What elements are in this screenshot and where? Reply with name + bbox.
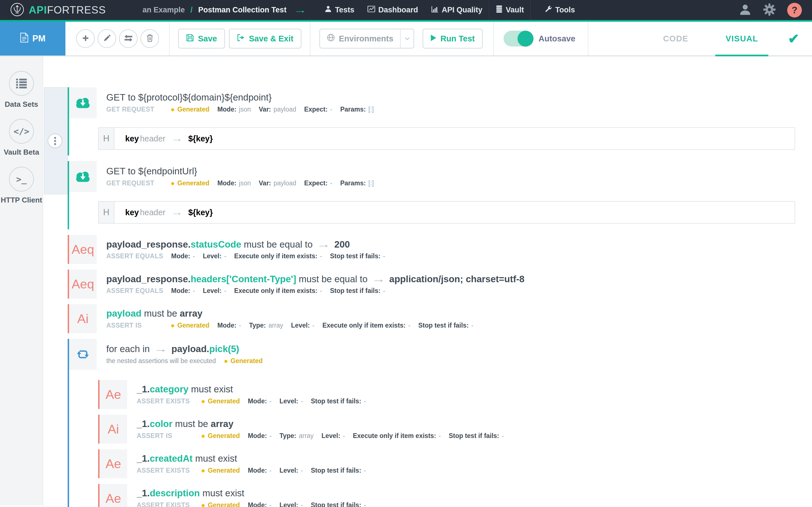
component-assert-equals: Aeqpayload_response.headers['Content-Typ… xyxy=(68,270,796,298)
meta-label: Expect: xyxy=(304,179,327,187)
app-logo[interactable]: APIFORTRESS xyxy=(10,3,106,18)
meta-item: Stop test if fails:- xyxy=(449,432,504,440)
nav-item-api-quality[interactable]: API Quality xyxy=(424,0,489,20)
nav-item-tests[interactable]: Tests xyxy=(318,0,361,20)
title-segment: must be equal to xyxy=(296,274,367,284)
globe-icon xyxy=(327,34,335,44)
save-label: Save xyxy=(198,34,217,43)
meta-item: Mode:json xyxy=(217,179,251,187)
breadcrumb-arrow-icon: → xyxy=(294,5,307,15)
meta-value: - xyxy=(408,322,410,329)
meta-value: - xyxy=(301,467,303,474)
generated-badge: ●Generated xyxy=(224,357,263,365)
title-segment: color xyxy=(150,418,172,429)
meta-label: Level: xyxy=(280,501,298,507)
autosave-control: Autosave xyxy=(504,31,575,47)
title-segment: must exist xyxy=(188,384,233,394)
sidebar-item-http-client[interactable]: >_ HTTP Client xyxy=(1,167,42,205)
component-subtitle: ASSERT IS●GeneratedMode:-Type:arrayLevel… xyxy=(106,321,473,330)
meta-value: json xyxy=(239,179,251,187)
component-row[interactable]: Aipayload must be arrayASSERT IS●Generat… xyxy=(69,304,796,333)
play-icon xyxy=(430,34,437,43)
breadcrumb-project[interactable]: an Example xyxy=(142,6,185,14)
component-group-menu-button[interactable] xyxy=(48,133,62,148)
plus-icon xyxy=(82,34,89,43)
title-segment: GET to ${protocol}${domain}${endpoint} xyxy=(106,92,272,103)
tests-icon xyxy=(324,5,332,15)
nav-item-dashboard[interactable]: Dashboard xyxy=(361,0,424,20)
title-segment: statusCode xyxy=(191,239,241,249)
reorder-units-button[interactable] xyxy=(119,29,138,48)
add-unit-button[interactable] xyxy=(76,29,95,48)
component-subtitle: ASSERT EXISTS●GeneratedMode:-Level:-Stop… xyxy=(137,466,366,474)
nav-item-vault[interactable]: Vault xyxy=(489,0,530,20)
meta-label: Execute only if item exists: xyxy=(322,322,405,329)
title-segment: must be xyxy=(142,308,180,319)
tab-visual[interactable]: VISUAL xyxy=(715,22,768,55)
unit-tab-label: PM xyxy=(33,34,46,44)
meta-value: - xyxy=(269,467,272,474)
request-header-box[interactable]: Hkey header→${key} xyxy=(98,127,795,150)
save-exit-button[interactable]: Save & Exit xyxy=(229,29,301,48)
component-content: _1.color must be arrayASSERT IS●Generate… xyxy=(127,414,504,444)
save-button[interactable]: Save xyxy=(178,29,225,48)
meta-label: Params: xyxy=(340,179,366,187)
test-composer: GET to ${protocol}${domain}${endpoint}GE… xyxy=(43,56,812,505)
title-segment: header xyxy=(140,134,165,144)
component-row[interactable]: Aeqpayload_response.statusCode must be e… xyxy=(69,235,796,264)
component-content: for each in→payload.pick(5)the nested as… xyxy=(97,339,263,370)
meta-item: Params:[:] xyxy=(340,106,374,113)
http-client-icon: >_ xyxy=(9,167,34,191)
component-row[interactable]: Ai_1.color must be arrayASSERT IS●Genera… xyxy=(100,414,796,444)
component-row[interactable]: for each in→payload.pick(5)the nested as… xyxy=(69,339,796,370)
unit-tab-pm[interactable]: PM xyxy=(0,22,65,55)
component-row[interactable]: GET to ${endpointUrl}GET REQUEST●Generat… xyxy=(69,161,796,192)
confirm-check-icon[interactable]: ✔ xyxy=(788,31,799,47)
account-icon[interactable] xyxy=(739,3,752,17)
meta-item: Level:- xyxy=(291,322,314,329)
component-row[interactable]: Ae_1.category must existASSERT EXISTS●Ge… xyxy=(100,380,796,409)
help-icon[interactable]: ? xyxy=(787,3,802,17)
title-segment: header xyxy=(140,208,165,217)
meta-value: - xyxy=(471,322,473,329)
meta-item: Var:payload xyxy=(259,179,296,187)
settings-gear-icon[interactable] xyxy=(763,3,776,17)
pencil-icon xyxy=(103,34,111,43)
generated-badge: ●Generated xyxy=(201,466,240,474)
meta-value: - xyxy=(269,397,272,405)
component-content: payload_response.statusCode must be equa… xyxy=(97,235,385,264)
meta-item: Stop test if fails:- xyxy=(330,287,386,295)
rename-unit-button[interactable] xyxy=(98,29,116,48)
component-row[interactable]: Aeqpayload_response.headers['Content-Typ… xyxy=(69,270,796,298)
meta-value: - xyxy=(224,252,226,260)
autosave-toggle[interactable] xyxy=(504,31,533,47)
meta-value: - xyxy=(364,467,366,474)
component-badge-label: Ae xyxy=(105,491,121,506)
component-assert-exists: Ae_1.category must existASSERT EXISTS●Ge… xyxy=(98,380,796,409)
meta-label: Stop test if fails: xyxy=(311,501,361,507)
sidebar-item-data-sets[interactable]: Data Sets xyxy=(5,71,38,109)
run-test-button[interactable]: Run Test xyxy=(423,29,483,48)
sidebar-item-vault-beta[interactable]: </> Vault Beta xyxy=(4,119,39,157)
delete-unit-button[interactable] xyxy=(140,29,159,48)
request-header-area: Hkey header→${key} xyxy=(69,118,796,156)
topbar: APIFORTRESS an Example / Postman Collect… xyxy=(0,0,812,22)
tab-code[interactable]: CODE xyxy=(653,22,699,55)
component-title: _1.createdAt must exist xyxy=(137,453,366,464)
nav-item-tools[interactable]: Tools xyxy=(538,0,581,20)
toggle-knob xyxy=(518,31,534,47)
component-row[interactable]: Ae_1.createdAt must existASSERT EXISTS●G… xyxy=(100,449,796,478)
meta-label: Var: xyxy=(259,179,271,187)
meta-item: Level:- xyxy=(280,501,303,507)
component-row[interactable]: GET to ${protocol}${domain}${endpoint}GE… xyxy=(69,87,796,118)
environments-dropdown[interactable]: Environments xyxy=(319,29,414,48)
component-content: payload_response.headers['Content-Type']… xyxy=(97,270,524,298)
component-title: GET to ${protocol}${domain}${endpoint} xyxy=(106,92,374,103)
component-badge: Ae xyxy=(100,449,127,478)
meta-item: Stop test if fails:- xyxy=(330,252,386,260)
meta-value: - xyxy=(193,252,195,260)
request-header-box[interactable]: Hkey header→${key} xyxy=(98,201,795,224)
title-segment: payload xyxy=(106,308,142,319)
component-row[interactable]: Ae_1.description must existASSERT EXISTS… xyxy=(100,484,796,507)
title-segment: key xyxy=(125,208,139,217)
